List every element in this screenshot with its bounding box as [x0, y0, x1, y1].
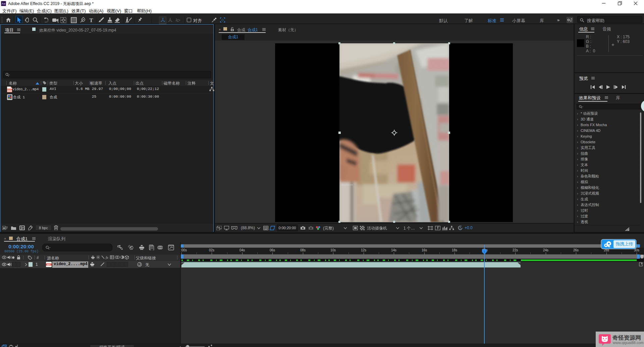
svg-text:T: T	[89, 17, 93, 23]
svg-text:svipvb.com: svipvb.com	[341, 184, 353, 186]
svg-text:MP4: MP4	[47, 264, 51, 266]
svg-text:6: 6	[232, 29, 233, 31]
svg-text:Ae: Ae	[2, 2, 6, 5]
